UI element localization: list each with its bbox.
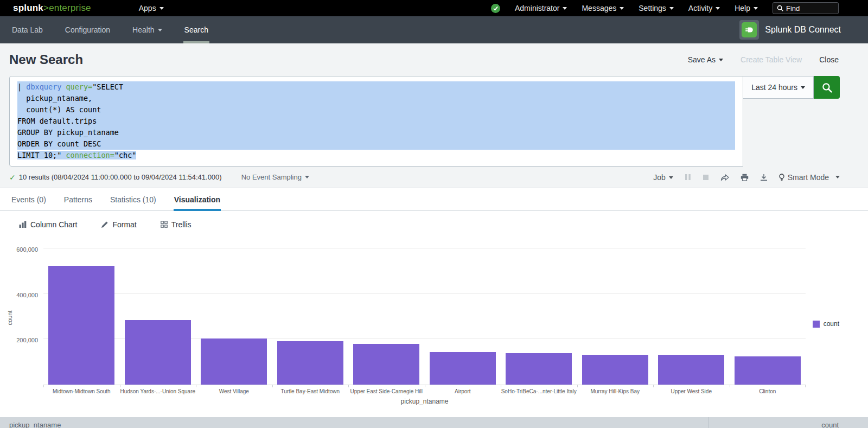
- page-title: New Search: [9, 52, 83, 67]
- search-section: New Search Save As Create Table View Clo…: [0, 43, 868, 188]
- app-identity[interactable]: Splunk DB Connect: [739, 16, 841, 43]
- y-tick-label: 200,000: [0, 337, 38, 343]
- app-title: Splunk DB Connect: [765, 25, 841, 35]
- y-tick-label: 600,000: [0, 246, 38, 253]
- query-line: | dbxquery query="SELECT: [17, 81, 735, 93]
- search-submit-button[interactable]: [814, 76, 840, 99]
- column-chart-icon: [19, 221, 27, 228]
- help-menu-label: Help: [735, 4, 750, 12]
- query-editor[interactable]: | dbxquery query="SELECT pickup_ntaname,…: [9, 76, 743, 167]
- bar-slot: Murray Hill-Kips Bay: [577, 241, 654, 385]
- tab-visualization[interactable]: Visualization: [174, 188, 221, 210]
- download-icon[interactable]: [760, 174, 768, 181]
- column-header-count[interactable]: count: [709, 417, 868, 428]
- tab-patterns[interactable]: Patterns: [63, 188, 93, 210]
- nav-health-label: Health: [132, 25, 154, 34]
- save-as-button[interactable]: Save As: [688, 55, 723, 64]
- check-icon: [493, 6, 498, 11]
- search-mode-label: Smart Mode: [788, 173, 829, 182]
- bar-upper-east-side-carnegie-hill[interactable]: [353, 344, 419, 385]
- nav-configuration-label: Configuration: [65, 25, 110, 34]
- results-tabs: Events (0) Patterns Statistics (10) Visu…: [0, 188, 868, 211]
- job-menu-label: Job: [653, 173, 666, 182]
- find-input[interactable]: [786, 4, 832, 12]
- x-axis-title: pickup_ntaname: [43, 398, 806, 405]
- search-mode-menu[interactable]: Smart Mode: [779, 173, 840, 182]
- bar-soho-tribeca-nter-little-italy[interactable]: [506, 353, 572, 385]
- query-line: ORDER BY count DESC: [17, 138, 735, 150]
- trellis-label: Trellis: [171, 220, 192, 229]
- splunk-logo[interactable]: splunk>enterprise: [13, 3, 91, 14]
- caret-down-icon: [716, 7, 720, 10]
- bar-west-village[interactable]: [201, 338, 267, 385]
- nav-configuration[interactable]: Configuration: [64, 16, 111, 43]
- settings-menu[interactable]: Settings: [639, 4, 674, 12]
- top-navbar: splunk>enterprise Apps Administrator Mes…: [0, 0, 868, 16]
- bar-hudson-yards-union-square[interactable]: [125, 320, 191, 385]
- find-search-box[interactable]: [773, 2, 839, 14]
- close-button[interactable]: Close: [819, 55, 839, 64]
- pencil-icon: [101, 221, 108, 228]
- messages-menu-label: Messages: [582, 4, 616, 12]
- app-navbar: Data Lab Configuration Health Search Spl…: [0, 16, 868, 43]
- caret-down-icon: [719, 59, 723, 61]
- bar-upper-west-side[interactable]: [658, 355, 724, 385]
- messages-menu[interactable]: Messages: [582, 4, 624, 12]
- bar-slot: Airport: [425, 241, 501, 385]
- bar-clinton[interactable]: [735, 356, 801, 385]
- bar-turtle-bay-east-midtown[interactable]: [277, 341, 343, 385]
- y-tick-label: 400,000: [0, 292, 38, 298]
- bar-slot: Midtown-Midtown South: [43, 241, 120, 385]
- query-line: pickup_ntaname,: [17, 93, 735, 104]
- pause-icon[interactable]: [685, 174, 691, 181]
- chart-bars: Midtown-Midtown SouthHudson Yards-...-Un…: [43, 241, 806, 385]
- nav-search-label: Search: [184, 25, 208, 34]
- trellis-button[interactable]: Trellis: [161, 220, 192, 229]
- caret-down-icon: [158, 29, 162, 31]
- help-menu[interactable]: Help: [735, 4, 758, 12]
- bar-slot: West Village: [196, 241, 272, 385]
- caret-down-icon: [563, 7, 567, 10]
- nav-search[interactable]: Search: [183, 16, 209, 43]
- health-status-icon[interactable]: [491, 4, 500, 13]
- print-icon[interactable]: [741, 174, 749, 181]
- event-sampling-menu[interactable]: No Event Sampling: [241, 173, 309, 181]
- legend-label: count: [824, 320, 839, 328]
- share-icon[interactable]: [720, 174, 729, 181]
- page-header: New Search Save As Create Table View Clo…: [0, 43, 868, 76]
- bar-midtown-midtown-south[interactable]: [48, 266, 114, 385]
- job-menu[interactable]: Job: [653, 173, 673, 182]
- caret-down-icon: [801, 86, 805, 89]
- format-button[interactable]: Format: [101, 220, 136, 229]
- bar-murray-hill-kips-bay[interactable]: [582, 355, 648, 385]
- nav-health[interactable]: Health: [131, 16, 163, 43]
- chart-type-button[interactable]: Column Chart: [19, 220, 77, 229]
- column-header-pickup-ntaname[interactable]: pickup_ntaname: [0, 417, 709, 428]
- format-label: Format: [112, 220, 136, 229]
- event-sampling-label: No Event Sampling: [241, 173, 302, 181]
- bar-slot: SoHo-TriBeCa-...nter-Little Italy: [501, 241, 577, 385]
- bar-slot: Clinton: [730, 241, 806, 385]
- bar-slot: Upper West Side: [653, 241, 730, 385]
- stop-icon[interactable]: [703, 174, 709, 181]
- tab-events[interactable]: Events (0): [11, 188, 47, 210]
- administrator-menu[interactable]: Administrator: [515, 4, 567, 12]
- search-icon: [822, 82, 832, 93]
- caret-down-icon: [620, 7, 624, 10]
- nav-data-lab-label: Data Lab: [12, 25, 43, 34]
- db-connect-plug-icon: [742, 22, 757, 37]
- tab-statistics[interactable]: Statistics (10): [110, 188, 157, 210]
- legend-swatch: [813, 321, 820, 328]
- nav-data-lab[interactable]: Data Lab: [11, 16, 44, 43]
- query-line: FROM default.trips: [17, 116, 735, 127]
- chart-legend[interactable]: count: [813, 320, 839, 328]
- caret-down-icon: [669, 176, 673, 179]
- activity-menu-label: Activity: [688, 4, 712, 12]
- chart-plot: Midtown-Midtown SouthHudson Yards-...-Un…: [43, 241, 806, 385]
- lightbulb-icon: [779, 174, 784, 181]
- activity-menu[interactable]: Activity: [688, 4, 720, 12]
- time-range-label: Last 24 hours: [751, 83, 797, 92]
- time-range-picker[interactable]: Last 24 hours: [743, 76, 814, 99]
- apps-menu[interactable]: Apps: [139, 4, 164, 12]
- bar-airport[interactable]: [430, 352, 496, 385]
